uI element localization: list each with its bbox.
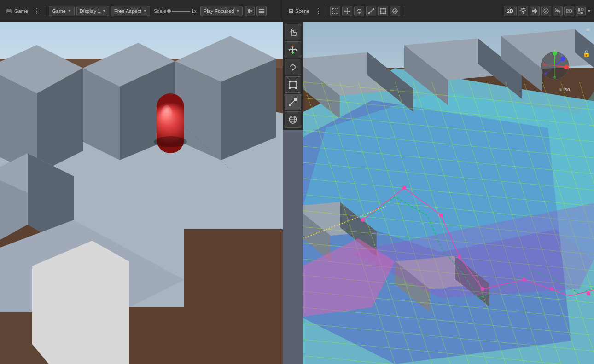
aspect-dropdown[interactable]: Free Aspect ▼ (111, 6, 150, 16)
gizmos-toggle[interactable] (576, 6, 586, 16)
scene-toolbar (283, 22, 303, 130)
separator-2 (326, 6, 326, 16)
display-dropdown[interactable]: Display 1 ▼ (76, 6, 109, 16)
svg-rect-20 (373, 8, 374, 10)
2d-toggle-button[interactable]: 2D (504, 6, 517, 16)
svg-line-39 (521, 8, 522, 9)
svg-point-86 (544, 72, 547, 75)
svg-rect-1 (250, 10, 250, 12)
hand-tool-btn[interactable] (285, 24, 301, 40)
svg-rect-68 (294, 98, 297, 101)
game-tab-icon: 🎮 (6, 8, 12, 14)
scale-dot (167, 9, 171, 13)
effects-toggle[interactable] (541, 6, 551, 16)
svg-point-8 (332, 8, 333, 9)
svg-point-27 (383, 8, 384, 9)
hidden-toggle[interactable] (553, 6, 563, 16)
svg-point-28 (383, 12, 384, 14)
svg-point-77 (560, 57, 565, 61)
select-rect-tool[interactable] (330, 6, 340, 16)
layers-icon (258, 8, 265, 14)
pivot-tool[interactable] (390, 6, 400, 16)
frame-tool-btn[interactable] (285, 76, 301, 93)
svg-rect-4 (259, 9, 264, 10)
svg-rect-7 (332, 8, 338, 14)
iso-label: ≡ Iso (559, 87, 570, 92)
scene-tab-more[interactable]: ⋮ (314, 6, 322, 16)
svg-marker-18 (358, 12, 360, 14)
svg-line-44 (555, 9, 560, 13)
game-view (0, 22, 283, 364)
world-tool-btn[interactable] (285, 111, 301, 128)
svg-point-34 (522, 9, 524, 12)
svg-rect-63 (289, 81, 291, 82)
separator-3 (404, 6, 404, 16)
svg-marker-46 (571, 10, 572, 12)
svg-marker-14 (346, 8, 348, 9)
svg-marker-16 (344, 10, 345, 12)
svg-line-40 (524, 8, 525, 9)
scene-tab-icon: ⊞ (289, 8, 293, 14)
svg-point-25 (380, 12, 382, 14)
scene-tab-label: Scene (295, 8, 309, 14)
game-tab-bar: 🎮 Game ⋮ Game ▼ Display 1 ▼ Free Aspect … (0, 0, 283, 22)
separator-1 (45, 6, 45, 16)
game-dropdown[interactable]: Game ▼ (49, 6, 75, 16)
gizmo-compass: Z X Y (539, 50, 571, 82)
svg-marker-17 (349, 10, 350, 12)
move-tool-btn[interactable] (285, 41, 301, 58)
mute-button[interactable] (245, 6, 255, 16)
svg-marker-41 (532, 8, 536, 14)
svg-rect-49 (581, 8, 583, 11)
svg-rect-21 (368, 12, 370, 14)
svg-rect-50 (578, 12, 580, 14)
svg-rect-45 (566, 9, 571, 13)
camera-toggle[interactable] (564, 6, 574, 16)
svg-point-88 (543, 63, 546, 66)
svg-rect-51 (581, 12, 583, 14)
lights-toggle[interactable] (518, 6, 528, 16)
rotate-tool[interactable] (354, 6, 364, 16)
gizmos-arrow[interactable]: ▼ (587, 9, 591, 13)
svg-point-24 (385, 8, 386, 9)
svg-rect-5 (259, 11, 264, 12)
svg-point-47 (568, 10, 570, 12)
svg-marker-59 (288, 48, 290, 51)
svg-text:Z: Z (560, 52, 563, 57)
svg-marker-57 (291, 45, 294, 47)
scene-tab-bar: ⊞ Scene ⋮ (283, 0, 594, 22)
svg-rect-48 (578, 8, 580, 11)
scene-bar-right: 2D (504, 6, 591, 16)
play-focused-dropdown[interactable]: Play Focused ▼ (200, 6, 243, 16)
svg-point-11 (338, 13, 339, 14)
svg-point-10 (332, 13, 333, 14)
svg-text:X: X (568, 65, 571, 69)
svg-rect-62 (290, 81, 296, 88)
svg-point-29 (380, 10, 382, 12)
scale-tool[interactable] (366, 6, 376, 16)
layers-button[interactable] (256, 6, 267, 16)
audio-toggle[interactable] (530, 6, 540, 16)
move-tool[interactable] (342, 6, 352, 16)
main-content: Z X Y ≡ Iso ≡ (0, 22, 594, 364)
svg-point-9 (338, 8, 339, 9)
scene-view: Z X Y ≡ Iso ≡ (283, 22, 594, 364)
svg-point-23 (380, 8, 382, 9)
scale-slider-track[interactable] (172, 11, 190, 12)
svg-point-26 (385, 12, 386, 14)
svg-marker-60 (296, 48, 297, 51)
rect-transform-tool[interactable] (378, 6, 388, 16)
svg-rect-66 (295, 87, 297, 89)
mute-icon (246, 8, 253, 14)
scale-label: Scale 1x (152, 8, 198, 14)
scene-tab[interactable]: ⊞ Scene (286, 7, 312, 15)
game-tab[interactable]: 🎮 Game (3, 7, 31, 15)
rotate-tool-btn[interactable] (285, 59, 301, 75)
svg-marker-0 (248, 9, 250, 13)
scale-tool-btn[interactable] (285, 94, 301, 110)
game-tab-more[interactable]: ⋮ (33, 6, 41, 16)
svg-marker-58 (291, 52, 294, 54)
scene-lock-icon[interactable]: 🔒 (582, 50, 590, 57)
scene-menu-icon[interactable]: ≡ (587, 26, 590, 33)
svg-rect-69 (289, 104, 291, 106)
